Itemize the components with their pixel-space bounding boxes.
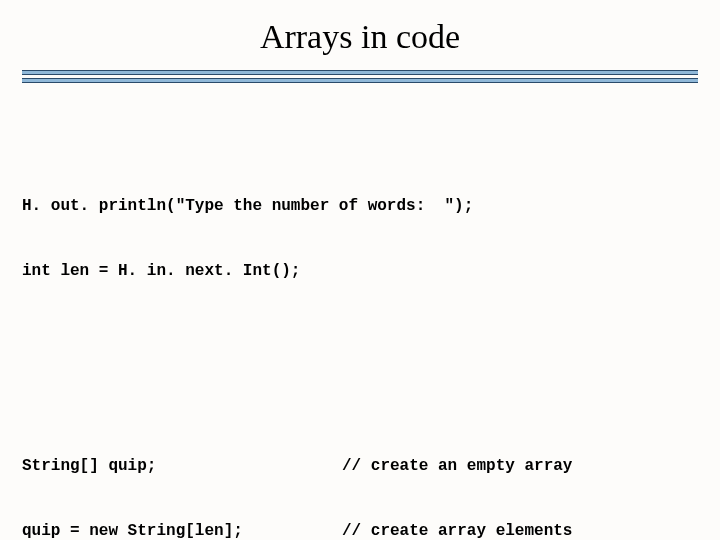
code-left: String[] quip; — [22, 456, 342, 478]
page-title: Arrays in code — [0, 0, 720, 70]
code-line: quip = new String[len]; // create array … — [22, 521, 698, 540]
code-line: String[] quip; // create an empty array — [22, 456, 698, 478]
divider — [22, 70, 698, 75]
code-area: H. out. println("Type the number of word… — [0, 86, 720, 540]
code-line: int len = H. in. next. Int(); — [22, 261, 698, 283]
code-line: H. out. println("Type the number of word… — [22, 196, 698, 218]
divider — [22, 78, 698, 83]
code-block-1: H. out. println("Type the number of word… — [22, 153, 698, 326]
divider-group — [0, 70, 720, 83]
code-left: quip = new String[len]; — [22, 521, 342, 540]
code-comment: // create array elements — [342, 521, 698, 540]
code-comment: // create an empty array — [342, 456, 698, 478]
code-block-2: String[] quip; // create an empty array … — [22, 413, 698, 540]
